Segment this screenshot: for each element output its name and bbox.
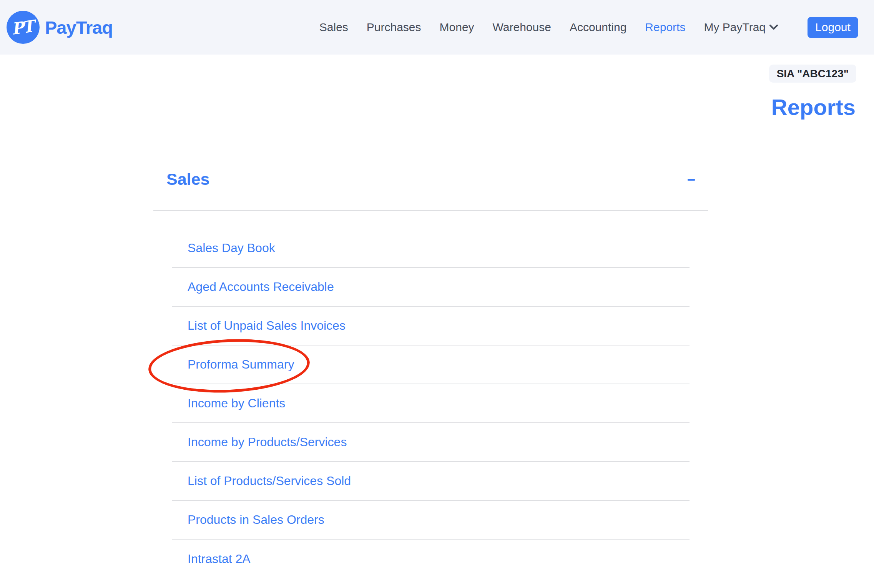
nav-item-warehouse[interactable]: Warehouse: [493, 21, 551, 34]
report-row: Sales Day Book: [172, 229, 690, 268]
report-row: Products in Sales Orders: [172, 501, 690, 540]
report-link-proforma-summary[interactable]: Proforma Summary: [188, 357, 294, 372]
paytraq-app: PT PayTraq SalesPurchasesMoneyWarehouseA…: [0, 0, 874, 588]
brand-wordmark: PayTraq: [45, 17, 113, 38]
main-nav: SalesPurchasesMoneyWarehouseAccountingRe…: [319, 21, 778, 34]
report-link-intrastat-2a[interactable]: Intrastat 2A: [188, 552, 251, 566]
report-link-sales-day-book[interactable]: Sales Day Book: [188, 241, 275, 255]
nav-item-my-paytraq[interactable]: My PayTraq: [704, 21, 778, 34]
report-link-list-of-products-services-sold[interactable]: List of Products/Services Sold: [188, 474, 351, 488]
report-link-income-by-products-services[interactable]: Income by Products/Services: [188, 435, 347, 449]
report-link-products-in-sales-orders[interactable]: Products in Sales Orders: [188, 513, 324, 527]
report-row: Aged Accounts Receivable: [172, 268, 690, 307]
logout-button[interactable]: Logout: [808, 17, 858, 38]
brand-logo[interactable]: PT PayTraq: [7, 11, 113, 44]
top-navigation-bar: PT PayTraq SalesPurchasesMoneyWarehouseA…: [0, 0, 874, 55]
nav-item-purchases[interactable]: Purchases: [367, 21, 421, 34]
collapse-section-icon[interactable]: [688, 179, 695, 181]
paytraq-logo-icon: PT: [7, 11, 40, 44]
report-row: Proforma Summary: [172, 345, 690, 384]
nav-item-sales[interactable]: Sales: [319, 21, 348, 34]
report-row: List of Unpaid Sales Invoices: [172, 307, 690, 345]
report-row: Income by Clients: [172, 384, 690, 423]
nav-item-accounting[interactable]: Accounting: [570, 21, 626, 34]
section-header: Sales: [153, 165, 708, 211]
page-title: Reports: [771, 94, 856, 120]
logo-monogram: PT: [10, 17, 36, 38]
chevron-down-icon: [769, 25, 778, 30]
nav-item-money[interactable]: Money: [440, 21, 474, 34]
company-badge: SIA "ABC123": [769, 65, 856, 83]
section-title[interactable]: Sales: [166, 170, 209, 189]
report-row: List of Products/Services Sold: [172, 462, 690, 501]
report-row: Intrastat 2A: [172, 540, 690, 578]
nav-item-reports[interactable]: Reports: [645, 21, 685, 34]
reports-section-sales: Sales Sales Day BookAged Accounts Receiv…: [153, 165, 708, 578]
report-link-income-by-clients[interactable]: Income by Clients: [188, 396, 285, 410]
report-link-aged-accounts-receivable[interactable]: Aged Accounts Receivable: [188, 280, 334, 294]
report-list: Sales Day BookAged Accounts ReceivableLi…: [172, 211, 690, 578]
report-row: Income by Products/Services: [172, 423, 690, 462]
report-link-list-of-unpaid-sales-invoices[interactable]: List of Unpaid Sales Invoices: [188, 319, 346, 333]
